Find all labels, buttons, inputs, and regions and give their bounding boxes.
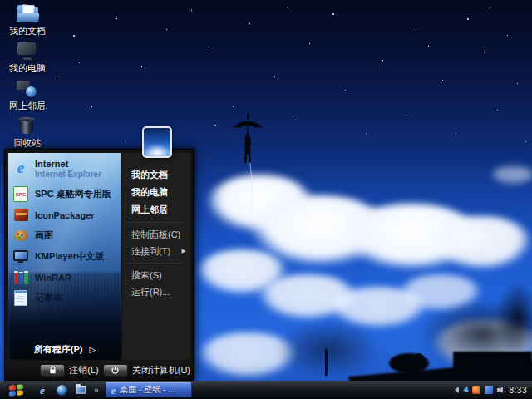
quick-launch-overflow-chevron[interactable]: » (94, 386, 99, 395)
lock-icon (48, 366, 57, 375)
iconpackager-icon (12, 207, 29, 224)
start-menu-item-run[interactable]: 运行(R)... (122, 283, 190, 300)
start-button[interactable] (0, 381, 32, 399)
quick-launch-bar: e » (32, 384, 102, 396)
recycle-bin-icon (17, 117, 38, 135)
internet-explorer-icon: e (12, 159, 29, 175)
shutdown-button[interactable] (103, 364, 128, 377)
all-programs-arrow-icon: ▷ (89, 345, 96, 354)
start-menu-panels: e Internet Internet Explorer SPC SPC 桌酷网… (8, 153, 190, 360)
tree-trunk-silhouette (325, 349, 328, 376)
desktop-icon-my-computer[interactable]: 我的电脑 (2, 42, 53, 75)
start-menu-footer: 注销(L) 关闭计算机(U) (5, 361, 193, 380)
tree-silhouette (497, 283, 532, 353)
security-alert-icon[interactable] (472, 386, 480, 394)
tree-silhouette (274, 320, 382, 378)
winrar-icon (12, 269, 29, 286)
bright-stars (0, 0, 2, 2)
desktop-icon-network-places[interactable]: 网上邻居 (2, 80, 53, 112)
start-menu-item-search[interactable]: 搜索(S) (122, 267, 190, 283)
sign-pole-silhouette (418, 362, 420, 382)
desktop-icon-label: 我的电脑 (9, 62, 46, 75)
logoff-label: 注销(L) (69, 364, 98, 377)
start-menu-item-kmplayer[interactable]: KMPlayer中文版 (8, 246, 121, 267)
all-programs-button[interactable]: 所有程序(P) ▷ (8, 343, 121, 356)
shutdown-label: 关闭计算机(U) (132, 364, 190, 377)
system-tray: 8:33 (455, 386, 532, 395)
start-menu-item-connect-to[interactable]: 连接到(T) ▶ (122, 243, 190, 259)
start-menu-item-paint[interactable]: 画图 (8, 225, 121, 246)
media-player-globe-icon[interactable] (56, 384, 67, 396)
start-menu-item-internet[interactable]: e Internet Internet Explorer (8, 157, 121, 184)
desktop-icon-label: 网上邻居 (9, 100, 46, 112)
start-menu: e Internet Internet Explorer SPC SPC 桌酷网… (4, 149, 194, 381)
cloud (490, 166, 532, 185)
start-menu-item-network-places[interactable]: 网上邻居 (122, 201, 190, 219)
power-icon (111, 366, 120, 375)
desktop-icon-recycle-bin[interactable]: 回收站 (2, 117, 53, 150)
start-menu-places-panel: 我的文档 我的电脑 网上邻居 控制面板(C) 连接到(T) ▶ 搜索(S) 运行… (122, 153, 190, 360)
rooftop-silhouette (453, 352, 532, 385)
internet-explorer-icon: e (111, 385, 116, 396)
taskbar-task-button[interactable]: e 桌面 - 壁纸 - ... (106, 382, 192, 397)
user-avatar[interactable] (142, 126, 172, 158)
my-documents-icon (17, 5, 38, 22)
cloud (432, 216, 532, 270)
desktop-icon-my-documents[interactable]: 我的文档 (2, 5, 53, 37)
start-menu-pinned-panel: e Internet Internet Explorer SPC SPC 桌酷网… (8, 153, 121, 360)
folder-icon[interactable] (75, 384, 86, 396)
ime-arrow-icon[interactable] (462, 386, 469, 393)
start-menu-item-control-panel[interactable]: 控制面板(C) (122, 226, 190, 243)
volume-icon[interactable] (497, 386, 505, 394)
kmplayer-icon (12, 249, 29, 265)
start-menu-item-iconpackager[interactable]: IconPackager (8, 204, 121, 225)
task-button-label: 桌面 - 壁纸 - ... (120, 384, 175, 396)
start-menu-item-my-documents[interactable]: 我的文档 (122, 166, 190, 184)
network-places-icon (17, 80, 38, 97)
windows-update-icon[interactable] (485, 386, 493, 394)
desktop-icon-label: 我的文档 (9, 25, 46, 37)
menu-separator (128, 222, 183, 223)
start-menu-item-spc[interactable]: SPC SPC 桌酷网专用版 (8, 184, 121, 204)
internet-explorer-icon[interactable]: e (37, 384, 48, 396)
logoff-button[interactable] (40, 364, 65, 377)
spc-icon: SPC (12, 186, 29, 203)
hide-tray-icons-arrow[interactable] (455, 387, 459, 393)
start-menu-item-winrar[interactable]: WinRAR (8, 267, 121, 288)
windows-logo-icon (9, 384, 23, 397)
taskbar: e » e 桌面 - 壁纸 - ... 8:33 (0, 381, 532, 399)
umbrella-figure-silhouette (224, 110, 271, 218)
start-menu-item-my-computer[interactable]: 我的电脑 (122, 184, 190, 201)
paint-icon (12, 228, 29, 244)
notepad-icon (12, 290, 29, 307)
start-menu-item-notepad[interactable]: 记事本 (8, 288, 121, 308)
desktop-icon-label: 回收站 (14, 137, 42, 150)
my-computer-icon (17, 42, 38, 60)
taskbar-clock[interactable]: 8:33 (510, 386, 527, 395)
menu-separator (128, 263, 183, 264)
submenu-arrow-icon: ▶ (182, 243, 186, 259)
